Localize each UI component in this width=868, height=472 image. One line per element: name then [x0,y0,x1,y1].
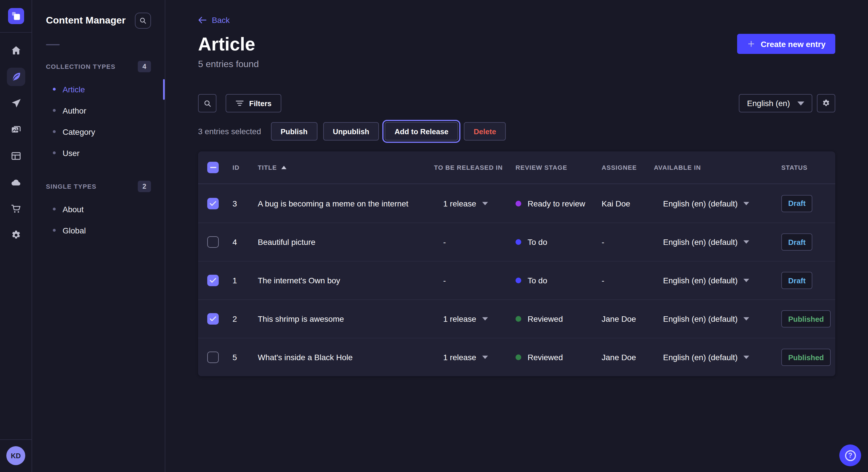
locale-dropdown[interactable]: English (en) (default) [663,199,749,208]
settings-icon[interactable] [7,226,25,244]
locale-dropdown[interactable]: English (en) (default) [663,314,749,324]
check-icon [210,316,216,322]
table-row[interactable]: 2 This shrimp is awesome 1 release Revie… [198,299,835,338]
select-all-checkbox[interactable] [207,162,219,173]
sidebar-item-category[interactable]: Category [46,121,151,142]
table-row[interactable]: 3 A bug is becoming a meme on the intern… [198,184,835,223]
caret-down-icon [797,101,804,105]
add-to-release-button[interactable]: Add to Release [384,122,458,140]
releases-icon[interactable] [7,94,25,112]
table-row[interactable]: 1 The internet's Own boy - To do - Engli… [198,261,835,299]
table-row[interactable]: 4 Beautiful picture - To do - English (e… [198,223,835,261]
media-library-icon[interactable] [7,121,25,139]
sidebar-item-label: Author [63,106,86,115]
sidebar-item-label: User [63,148,80,158]
row-checkbox[interactable] [207,236,219,248]
caret-down-icon [743,279,749,282]
content-manager-icon[interactable] [7,68,25,86]
cell-assignee: - [601,237,654,247]
review-stage-dot [516,355,521,360]
back-link[interactable]: Back [198,15,229,25]
publish-button[interactable]: Publish [271,122,317,140]
row-checkbox[interactable] [207,313,219,325]
locale-dropdown[interactable]: English (en) (default) [663,276,749,285]
sidebar-divider [46,44,60,45]
unpublish-button[interactable]: Unpublish [323,122,379,140]
release-dropdown[interactable]: 1 release [443,199,488,208]
column-header-to-be-released-in: TO BE RELEASED IN [434,164,516,171]
sort-asc-icon [282,166,287,169]
bullet-icon [53,151,56,154]
question-mark-icon: ? [845,450,856,461]
row-checkbox[interactable] [207,351,219,363]
cell-id: 3 [232,199,258,208]
filters-button[interactable]: Filters [226,94,281,112]
main-nav-rail: KD [0,0,32,472]
section-count-badge: 2 [138,181,151,192]
bullet-icon [53,88,56,91]
check-icon [210,200,216,206]
user-avatar[interactable]: KD [6,446,25,465]
create-new-entry-button[interactable]: Create new entry [737,34,835,54]
column-header-available-in: AVAILABLE IN [654,164,781,171]
release-dropdown[interactable]: 1 release [443,353,488,362]
sidebar-section: COLLECTION TYPES 4 ArticleAuthorCategory… [46,60,151,164]
content-type-builder-icon[interactable] [7,147,25,165]
home-icon[interactable] [7,41,25,60]
marketplace-icon[interactable] [7,200,25,218]
search-icon [139,16,147,25]
table-header-row: ID TITLE TO BE RELEASED IN REVIEW STAGE … [198,151,835,184]
table-row[interactable]: 5 What's inside a Black Hole 1 release R… [198,338,835,376]
section-label: SINGLE TYPES [46,183,96,190]
gear-icon [822,99,831,108]
caret-down-icon [743,240,749,244]
bullet-icon [53,208,56,210]
sidebar-title: Content Manager [46,15,126,26]
sidebar-item-article[interactable]: Article [46,78,151,100]
caret-down-icon [743,317,749,321]
sidebar-section: SINGLE TYPES 2 AboutGlobal [46,179,151,241]
locale-dropdown[interactable]: English (en) (default) [663,237,749,247]
release-dropdown: - [443,276,446,285]
row-checkbox[interactable] [207,275,219,286]
sidebar-item-label: About [63,204,84,214]
caret-down-icon [482,317,488,321]
table-search-button[interactable] [198,94,216,112]
view-settings-button[interactable] [817,94,835,112]
table-body: 3 A bug is becoming a meme on the intern… [198,184,835,376]
app-window: KD Content Manager COLLECTION TYPES 4 Ar… [0,0,868,472]
cell-assignee: Kai Doe [601,199,654,208]
row-checkbox[interactable] [207,198,219,209]
cell-id: 1 [232,276,258,285]
status-badge: Published [781,310,831,328]
delete-button[interactable]: Delete [464,122,506,140]
sidebar-search-button[interactable] [135,12,151,29]
release-dropdown[interactable]: 1 release [443,314,488,324]
locale-dropdown[interactable]: English (en) (default) [663,353,749,362]
caret-down-icon [743,356,749,359]
sidebar-item-user[interactable]: User [46,142,151,164]
sidebar-item-author[interactable]: Author [46,100,151,121]
entries-table: ID TITLE TO BE RELEASED IN REVIEW STAGE … [198,151,835,376]
rail-footer: KD [0,439,32,472]
status-badge: Published [781,349,831,366]
help-button[interactable]: ? [839,444,861,466]
cloud-icon[interactable] [7,173,25,192]
caret-down-icon [743,202,749,205]
cell-title: A bug is becoming a meme on the internet [258,199,434,208]
caret-down-icon [482,356,488,359]
rail-nav-items [7,41,25,244]
column-header-title[interactable]: TITLE [258,164,434,171]
sidebar-header: Content Manager [46,12,151,29]
sidebar-item-global[interactable]: Global [46,220,151,241]
strapi-logo-icon[interactable] [8,8,24,24]
column-header-review-stage: REVIEW STAGE [516,164,601,171]
locale-select[interactable]: English (en) [739,94,812,112]
sidebar-item-about[interactable]: About [46,198,151,220]
review-stage-dot [516,239,521,245]
page-title: Article [198,34,255,55]
section-count-badge: 4 [138,61,151,72]
cell-title: The internet's Own boy [258,276,434,285]
section-label: COLLECTION TYPES [46,63,115,70]
back-arrow-icon [198,16,207,24]
